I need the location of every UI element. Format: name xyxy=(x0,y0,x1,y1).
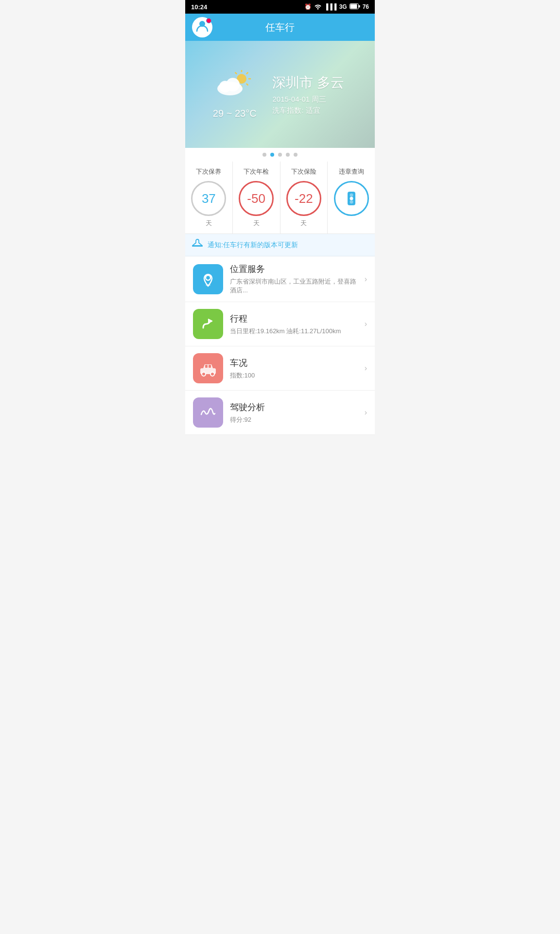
avatar[interactable] xyxy=(192,17,212,37)
notification-icon xyxy=(192,239,203,251)
svg-point-15 xyxy=(226,78,240,91)
trip-icon-wrap xyxy=(193,309,223,339)
weather-wash: 洗车指数: 适宜 xyxy=(272,106,363,115)
app-header: 任车行 xyxy=(185,14,375,41)
weather-temp: 29 ~ 23°C xyxy=(213,108,257,119)
signal-icon: ▐▐▐ xyxy=(324,3,337,10)
drive-icon-wrap xyxy=(193,397,223,428)
location-icon-wrap xyxy=(193,264,223,294)
banner-dots xyxy=(185,148,375,162)
card-inspection-value: -50 xyxy=(247,191,265,206)
car-status-chevron: › xyxy=(365,364,367,373)
car-status-title: 车况 xyxy=(230,357,358,369)
location-chevron: › xyxy=(365,275,367,284)
svg-rect-26 xyxy=(205,365,208,368)
trip-content: 行程 当日里程:19.162km 油耗:11.27L/100km xyxy=(230,313,358,336)
card-insurance-circle: -22 xyxy=(286,181,321,216)
card-maintenance-label: 下次保养 xyxy=(196,167,221,176)
card-violation-circle xyxy=(334,181,369,216)
car-status-subtitle: 指数:100 xyxy=(230,371,358,380)
drive-analysis-subtitle: 得分:92 xyxy=(230,415,358,424)
trip-subtitle: 当日里程:19.162km 油耗:11.27L/100km xyxy=(230,327,358,336)
svg-point-24 xyxy=(206,284,210,286)
card-maintenance-value: 37 xyxy=(202,191,216,206)
svg-point-29 xyxy=(210,372,214,376)
card-violation-label: 违章查询 xyxy=(339,167,364,176)
svg-rect-27 xyxy=(209,365,211,368)
svg-line-10 xyxy=(246,84,247,85)
battery-icon xyxy=(350,3,360,11)
dot-2[interactable] xyxy=(270,153,274,157)
svg-point-17 xyxy=(350,194,353,197)
info-cards-row: 下次保养 37 天 下次年检 -50 天 下次保险 -22 天 违章查询 xyxy=(185,162,375,234)
list-item-car-status[interactable]: 车况 指数:100 › xyxy=(185,346,375,391)
svg-point-23 xyxy=(206,275,210,280)
card-maintenance-unit: 天 xyxy=(206,219,212,228)
location-title: 位置服务 xyxy=(230,263,358,275)
card-inspection-label: 下次年检 xyxy=(244,167,269,176)
network-type: 3G xyxy=(339,3,347,10)
header-title: 任车行 xyxy=(265,21,295,34)
location-subtitle: 广东省深圳市南山区，工业五路附近，登喜路酒店... xyxy=(230,277,358,295)
alarm-icon: ⏰ xyxy=(304,3,312,10)
status-icons: ⏰ ▐▐▐ 3G 76 xyxy=(304,3,369,11)
card-maintenance[interactable]: 下次保养 37 天 xyxy=(185,162,233,234)
svg-point-18 xyxy=(350,197,353,200)
status-time: 10:24 xyxy=(191,3,207,11)
car-icon-wrap xyxy=(193,353,223,383)
notification-bar[interactable]: 通知:任车行有新的版本可更新 xyxy=(185,234,375,256)
status-bar: 10:24 ⏰ ▐▐▐ 3G 76 xyxy=(185,0,375,14)
card-insurance-unit: 天 xyxy=(300,219,307,228)
card-inspection[interactable]: 下次年检 -50 天 xyxy=(233,162,280,234)
location-content: 位置服务 广东省深圳市南山区，工业五路附近，登喜路酒店... xyxy=(230,263,358,295)
battery-percent: 76 xyxy=(363,3,369,10)
dot-1[interactable] xyxy=(262,153,266,157)
weather-date: 2015-04-01 周三 xyxy=(272,95,363,104)
svg-rect-1 xyxy=(350,4,357,8)
weather-icon xyxy=(215,70,254,104)
weather-banner: 29 ~ 23°C 深圳市 多云 2015-04-01 周三 洗车指数: 适宜 xyxy=(185,41,375,148)
card-insurance-label: 下次保险 xyxy=(291,167,316,176)
svg-point-28 xyxy=(202,372,206,376)
card-violation-unit xyxy=(350,219,352,226)
card-maintenance-circle: 37 xyxy=(191,181,226,216)
notification-text: 通知:任车行有新的版本可更新 xyxy=(208,241,298,250)
card-inspection-unit: 天 xyxy=(253,219,260,228)
dot-4[interactable] xyxy=(286,153,290,157)
card-inspection-circle: -50 xyxy=(239,181,274,216)
drive-analysis-content: 驾驶分析 得分:92 xyxy=(230,401,358,424)
drive-analysis-title: 驾驶分析 xyxy=(230,401,358,413)
svg-line-11 xyxy=(246,72,247,73)
weather-right: 深圳市 多云 2015-04-01 周三 洗车指数: 适宜 xyxy=(272,73,363,115)
weather-city: 深圳市 多云 xyxy=(272,73,363,92)
avatar-icon xyxy=(196,19,209,36)
svg-point-19 xyxy=(350,200,353,204)
weather-left: 29 ~ 23°C xyxy=(197,70,272,119)
list-item-trip[interactable]: 行程 当日里程:19.162km 油耗:11.27L/100km › xyxy=(185,302,375,346)
card-insurance[interactable]: 下次保险 -22 天 xyxy=(280,162,328,234)
wifi-icon xyxy=(314,3,322,11)
svg-rect-2 xyxy=(359,5,360,7)
svg-line-9 xyxy=(235,72,236,73)
svg-rect-22 xyxy=(192,246,203,247)
list-item-location[interactable]: 位置服务 广东省深圳市南山区，工业五路附近，登喜路酒店... › xyxy=(185,256,375,302)
card-insurance-value: -22 xyxy=(295,191,313,206)
trip-title: 行程 xyxy=(230,313,358,324)
dot-5[interactable] xyxy=(294,153,298,157)
drive-analysis-chevron: › xyxy=(365,408,367,417)
trip-chevron: › xyxy=(365,320,367,328)
list-item-drive-analysis[interactable]: 驾驶分析 得分:92 › xyxy=(185,391,375,435)
dot-3[interactable] xyxy=(278,153,282,157)
car-status-content: 车况 指数:100 xyxy=(230,357,358,380)
card-violation[interactable]: 违章查询 xyxy=(328,162,375,234)
